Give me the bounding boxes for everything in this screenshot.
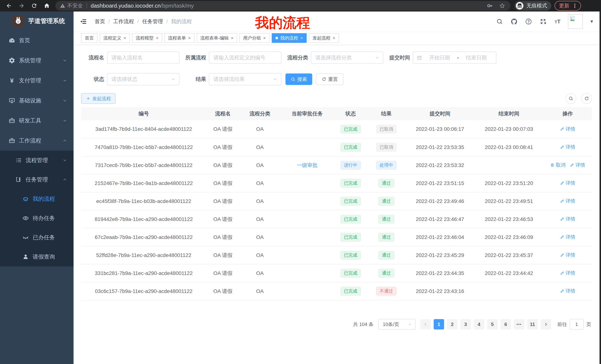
close-tab-icon[interactable]: × [263,36,266,40]
detail-action-button[interactable]: 详情 [560,288,575,294]
sidebar-item-11[interactable]: 请假查询 [0,247,74,266]
close-tab-icon[interactable]: × [300,36,303,40]
close-tab-icon[interactable]: × [231,36,233,40]
filter-process-definition: 所属流程 [183,52,281,64]
detail-action-button[interactable]: 详情 [560,234,575,240]
detail-action-button[interactable]: 详情 [560,180,575,186]
detail-action-button[interactable]: 详情 [560,126,575,132]
sidebar-item-4[interactable]: 研发工具 [0,111,74,131]
tab-label: 用户分组 [243,35,261,41]
cell-status: 已完成 [334,228,367,246]
tab-4[interactable]: 流程表单-编辑× [197,33,237,43]
page-ellipsis-button[interactable]: ••• [514,319,524,329]
tab-3[interactable]: 流程表单× [164,33,194,43]
tab-5[interactable]: 用户分组× [239,33,270,43]
sidebar-item-1[interactable]: 系统管理 [0,50,74,70]
fullscreen-icon[interactable] [539,18,547,26]
sidebar-item-7[interactable]: 任务管理 [0,170,74,189]
submit-time-range-picker[interactable]: 开始日期 - 结束日期 [413,52,496,64]
action-label: 详情 [566,252,575,258]
detail-action-button[interactable]: 详情 [560,198,575,204]
page-button-5[interactable]: 5 [487,319,498,329]
tab-7[interactable]: 发起流程× [309,33,339,43]
tab-2[interactable]: 流程模型× [132,33,162,43]
page-button-11[interactable]: 11 [527,319,538,329]
sidebar-item-5[interactable]: 工作流程 [0,131,74,151]
next-page-button[interactable] [541,319,551,329]
cell-id: 52ffd28e-7b9a-11ec-a290-acde48001122 [81,246,206,264]
tab-1[interactable]: 流程定义× [100,33,130,43]
page-button-4[interactable]: 4 [474,319,484,329]
browser-forward-button[interactable] [17,1,26,10]
process-category-select[interactable]: 请选择流程分类 [311,52,383,64]
omnibox-divider [87,3,87,9]
breadcrumb-item-2[interactable]: 任务管理 [142,18,163,25]
browser-menu-icon[interactable]: ⋮ [572,3,578,9]
breadcrumb-item-0[interactable]: 首页 [95,18,105,25]
sidebar-item-3[interactable]: 基础设施 [0,91,74,111]
process-name-input[interactable] [111,55,175,61]
detail-action-button[interactable]: 详情 [560,270,575,276]
browser-reload-button[interactable] [29,1,39,10]
sidebar-item-9[interactable]: 待办任务 [0,209,74,228]
detail-action-button[interactable]: 详情 [570,162,585,168]
reset-button[interactable]: 重置 [316,74,343,85]
cell-end-time: 2022-01-22 23:44:42 [474,264,543,282]
font-size-icon[interactable]: TT [553,18,562,26]
cell-id: 2152467e-7b9b-11ec-9a1b-acde48001122 [81,174,206,192]
sidebar-item-6[interactable]: 流程管理 [0,151,74,170]
search-button[interactable]: 搜索 [285,74,312,85]
password-key-icon[interactable] [486,2,494,10]
close-tab-icon[interactable]: × [333,36,335,40]
refresh-icon[interactable] [581,93,592,104]
detail-action-button[interactable]: 详情 [560,252,575,258]
toggle-search-icon[interactable] [566,93,576,104]
sidebar-item-2[interactable]: ¥支付管理 [0,70,74,91]
date-separator: - [457,55,459,61]
search-icon[interactable] [496,18,504,26]
sidebar-collapse-icon[interactable] [79,17,88,26]
browser-home-button[interactable] [42,1,52,10]
sidebar-item-label: 研发工具 [19,117,41,125]
page-button-2[interactable]: 2 [447,319,457,329]
cell-process-name: OA 请假 [206,174,240,192]
tab-0[interactable]: 首页 [81,33,98,43]
create-process-button[interactable]: 发起流程 [81,93,116,104]
close-tab-icon[interactable]: × [123,36,126,40]
jump-page-input[interactable] [570,319,584,330]
navbar-actions: TT ▼ [496,14,594,29]
scrollbar[interactable] [600,11,601,364]
action-label: 详情 [575,162,585,168]
page-button-3[interactable]: 3 [461,319,471,329]
page-button-6[interactable]: 6 [501,319,511,329]
avatar[interactable] [568,14,583,29]
cell-actions: 详情 [543,138,592,156]
browser-back-button[interactable] [4,1,14,10]
chevron-down-icon [62,58,67,63]
detail-action-button[interactable]: 详情 [560,216,575,222]
cell-current-task [280,174,334,192]
help-icon[interactable] [524,18,533,26]
browser-update-button[interactable]: 更新 ⋮ [555,1,581,10]
cancel-action-button[interactable]: 取消 [550,162,565,168]
result-select[interactable]: 请选择流结果 [209,73,281,85]
sidebar-item-8[interactable]: 我的流程 [0,189,74,209]
close-tab-icon[interactable]: × [188,36,191,40]
process-definition-input[interactable] [213,55,277,61]
current-task-link[interactable]: 一级审批 [297,162,318,168]
page-button-1[interactable]: 1 [434,319,444,329]
pagination-total: 共 104 条 [353,321,373,328]
avatar-caret-icon[interactable]: ▼ [590,19,594,24]
prev-page-button[interactable] [420,319,431,329]
sidebar-item-10[interactable]: 已办任务 [0,228,74,247]
bookmark-star-icon[interactable] [499,2,506,10]
close-tab-icon[interactable]: × [156,36,159,40]
address-bar[interactable]: 不安全 dashboard.yudao.iocoder.cn/bpm/task/… [55,1,510,10]
breadcrumb-item-1[interactable]: 工作流程 [113,18,134,25]
tab-6[interactable]: 我的流程× [272,33,307,43]
status-select[interactable]: 请选择状态 [107,73,180,85]
sidebar-item-0[interactable]: 首页 [0,30,74,50]
page-size-select[interactable]: 10条/页 [378,319,415,330]
github-icon[interactable] [510,18,518,26]
detail-action-button[interactable]: 详情 [560,144,575,150]
